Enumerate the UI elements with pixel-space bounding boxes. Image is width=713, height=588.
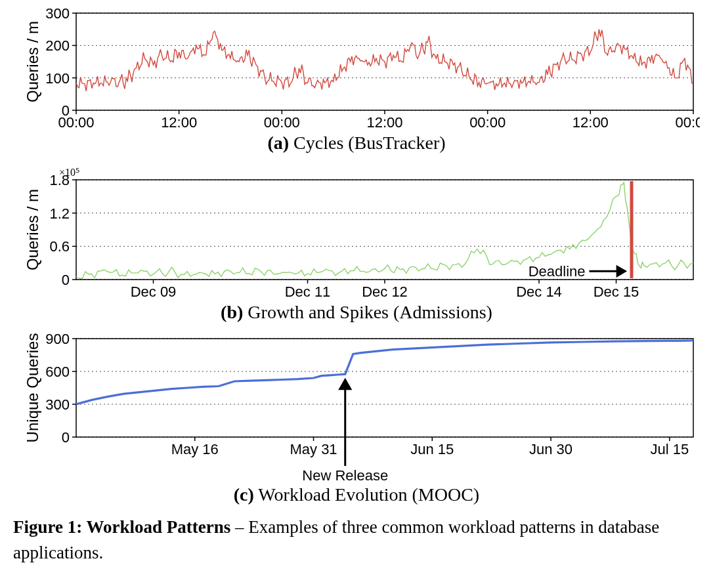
chart-b-caption: (b) Growth and Spikes (Admissions)	[13, 302, 700, 323]
svg-text:12:00: 12:00	[573, 114, 609, 131]
svg-text:Jun 30: Jun 30	[529, 441, 573, 457]
svg-text:Jun 15: Jun 15	[410, 441, 454, 457]
svg-text:Jul 15: Jul 15	[650, 441, 689, 457]
chart-a-caption-tag: (a)	[267, 133, 289, 153]
svg-marker-85	[340, 380, 351, 389]
chart-c-svg: 0300600900May 16May 31Jun 15Jun 30Jul 15…	[13, 332, 700, 483]
svg-text:Dec 11: Dec 11	[285, 284, 331, 300]
figure-container: { "chart_data": [ { "id": "a", "type": "…	[0, 0, 713, 579]
svg-rect-33	[76, 180, 693, 280]
svg-text:Dec 09: Dec 09	[131, 284, 177, 300]
svg-marker-58	[617, 266, 625, 276]
svg-text:×10⁵: ×10⁵	[59, 167, 79, 178]
chart-c-caption-text: Workload Evolution (MOOC)	[254, 484, 479, 505]
chart-b-caption-text: Growth and Spikes (Admissions)	[243, 302, 492, 322]
svg-text:Unique Queries: Unique Queries	[24, 333, 41, 443]
svg-text:Queries / m: Queries / m	[24, 189, 41, 270]
svg-text:0.6: 0.6	[49, 238, 70, 255]
svg-text:00:00: 00:00	[58, 114, 94, 131]
svg-text:100: 100	[45, 70, 70, 87]
svg-text:00:00: 00:00	[469, 114, 506, 131]
chart-c-caption-tag: (c)	[234, 484, 254, 505]
svg-text:600: 600	[45, 364, 70, 380]
svg-text:00:00: 00:00	[264, 114, 300, 131]
svg-text:12:00: 12:00	[366, 114, 402, 131]
svg-text:900: 900	[45, 332, 70, 347]
svg-text:Dec 14: Dec 14	[516, 284, 562, 300]
chart-b-block: 00.61.21.8Dec 09Dec 11Dec 12Dec 14Dec 15…	[13, 163, 700, 323]
svg-text:300: 300	[45, 396, 70, 413]
svg-text:0: 0	[62, 429, 70, 446]
svg-text:Dec 12: Dec 12	[362, 284, 408, 300]
svg-text:200: 200	[45, 37, 70, 54]
chart-a-caption-text: Cycles (BusTracker)	[289, 133, 445, 153]
svg-text:May 16: May 16	[171, 441, 219, 457]
svg-text:00:00: 00:00	[675, 114, 700, 131]
svg-text:Queries / m: Queries / m	[24, 21, 41, 102]
figure-caption-lead: Figure 1: Workload Patterns	[13, 517, 230, 537]
chart-a-caption: (a) Cycles (BusTracker)	[13, 133, 700, 154]
svg-text:300: 300	[45, 7, 70, 22]
figure-caption: Figure 1: Workload Patterns – Examples o…	[13, 514, 700, 566]
svg-text:1.2: 1.2	[49, 205, 70, 222]
svg-text:Deadline: Deadline	[529, 263, 586, 280]
chart-b-svg: 00.61.21.8Dec 09Dec 11Dec 12Dec 14Dec 15…	[13, 163, 700, 301]
chart-c-block: 0300600900May 16May 31Jun 15Jun 30Jul 15…	[13, 332, 700, 505]
svg-text:12:00: 12:00	[161, 114, 197, 131]
svg-text:New Release: New Release	[302, 467, 388, 483]
chart-a-block: 010020030000:0012:0000:0012:0000:0012:00…	[13, 7, 700, 154]
chart-a-svg: 010020030000:0012:0000:0012:0000:0012:00…	[13, 7, 700, 131]
svg-rect-63	[76, 339, 693, 437]
svg-text:May 31: May 31	[290, 441, 337, 457]
svg-text:0: 0	[62, 272, 70, 288]
svg-text:Dec 15: Dec 15	[594, 284, 639, 300]
chart-b-caption-tag: (b)	[221, 302, 243, 322]
chart-c-caption: (c) Workload Evolution (MOOC)	[13, 484, 700, 505]
